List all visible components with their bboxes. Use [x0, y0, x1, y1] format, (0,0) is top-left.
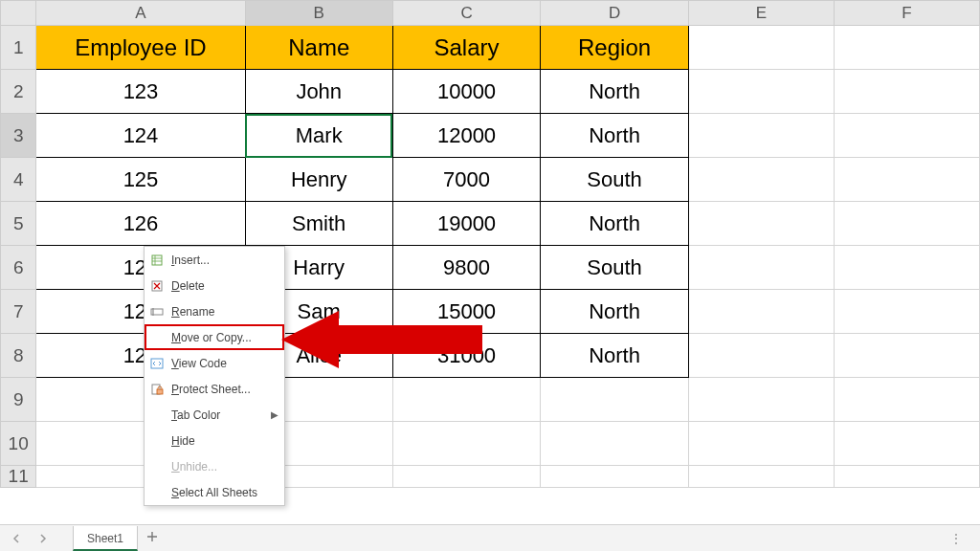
column-header[interactable]: B — [245, 1, 392, 26]
row-header[interactable]: 3 — [1, 114, 36, 158]
empty-cell[interactable] — [688, 378, 834, 422]
row-header[interactable]: 11 — [1, 466, 36, 488]
menu-item-hide[interactable]: Hide — [145, 428, 284, 453]
empty-cell[interactable] — [541, 466, 689, 488]
row-header[interactable]: 6 — [1, 246, 36, 290]
tab-nav-prev[interactable] — [6, 528, 27, 549]
empty-cell[interactable] — [834, 466, 979, 488]
column-header[interactable]: E — [688, 1, 834, 26]
table-cell[interactable]: 125 — [36, 158, 245, 202]
empty-cell[interactable] — [392, 378, 540, 422]
row-header[interactable]: 8 — [1, 334, 36, 378]
table-header-cell[interactable]: Name — [245, 26, 392, 70]
annotation-red-arrow — [281, 311, 482, 368]
column-header[interactable]: F — [834, 1, 979, 26]
table-cell[interactable]: North — [541, 334, 689, 378]
empty-cell[interactable] — [688, 246, 834, 290]
empty-cell[interactable] — [834, 70, 979, 114]
insert-cells-icon — [148, 252, 166, 269]
svg-rect-0 — [152, 255, 162, 265]
row-header[interactable]: 10 — [1, 422, 36, 466]
table-cell[interactable]: 10000 — [392, 70, 540, 114]
empty-cell[interactable] — [392, 422, 540, 466]
table-cell[interactable]: 9800 — [392, 246, 540, 290]
table-cell[interactable]: 123 — [36, 70, 245, 114]
menu-item-label: View Code — [171, 357, 227, 370]
table-cell[interactable]: 124 — [36, 114, 245, 158]
table-cell[interactable]: South — [541, 158, 689, 202]
no-icon — [148, 432, 166, 450]
table-cell[interactable]: North — [541, 290, 689, 334]
menu-item-rename[interactable]: Rename — [145, 298, 284, 324]
tab-nav-next[interactable] — [33, 528, 54, 549]
add-sheet-button[interactable] — [140, 526, 165, 551]
tab-color-icon — [148, 407, 166, 424]
table-cell[interactable]: 19000 — [392, 202, 540, 246]
table-cell[interactable]: Henry — [245, 158, 392, 202]
menu-item-view-code[interactable]: View Code — [145, 350, 284, 376]
column-header[interactable]: D — [541, 1, 689, 26]
empty-cell[interactable] — [541, 422, 689, 466]
empty-cell[interactable] — [688, 26, 834, 70]
empty-cell[interactable] — [834, 378, 979, 422]
menu-item-label: Insert... — [171, 253, 210, 267]
row-header[interactable]: 5 — [1, 202, 36, 246]
column-header[interactable]: C — [392, 1, 540, 26]
row-header[interactable]: 7 — [1, 290, 36, 334]
empty-cell[interactable] — [688, 70, 834, 114]
empty-cell[interactable] — [688, 158, 834, 202]
empty-cell[interactable] — [688, 202, 834, 246]
tab-bar-options-button[interactable]: ⋮ — [950, 532, 963, 545]
menu-item-move-or-copy[interactable]: Move or Copy... — [145, 324, 284, 350]
empty-cell[interactable] — [834, 26, 979, 70]
table-cell[interactable]: North — [541, 202, 689, 246]
empty-cell[interactable] — [834, 422, 979, 466]
no-icon — [148, 484, 166, 501]
empty-cell[interactable] — [392, 466, 540, 488]
empty-cell[interactable] — [834, 202, 979, 246]
sheet-tab-active[interactable]: Sheet1 — [73, 526, 138, 551]
menu-item-tab-color[interactable]: Tab Color▶ — [145, 402, 284, 428]
table-header-cell[interactable]: Employee ID — [36, 26, 245, 70]
table-cell[interactable]: North — [541, 114, 689, 158]
empty-cell[interactable] — [834, 246, 979, 290]
chevron-right-icon: ▶ — [271, 409, 278, 420]
menu-item-protect-sheet[interactable]: Protect Sheet... — [145, 376, 284, 402]
sheet-tab-bar: Sheet1 ⋮ — [0, 524, 980, 551]
empty-cell[interactable] — [688, 334, 834, 378]
empty-cell[interactable] — [834, 334, 979, 378]
table-cell[interactable]: John — [245, 70, 392, 114]
row-header[interactable]: 2 — [1, 70, 36, 114]
table-header-cell[interactable]: Region — [541, 26, 689, 70]
svg-rect-5 — [157, 389, 163, 394]
move-copy-icon — [148, 329, 166, 346]
table-cell[interactable]: 12000 — [392, 114, 540, 158]
row-header[interactable]: 9 — [1, 378, 36, 422]
menu-item-select-all-sheets[interactable]: Select All Sheets — [145, 479, 284, 505]
empty-cell[interactable] — [834, 290, 979, 334]
sheet-tab-context-menu[interactable]: Insert...DeleteRenameMove or Copy...View… — [144, 246, 285, 506]
empty-cell[interactable] — [688, 422, 834, 466]
column-header[interactable]: A — [36, 1, 245, 26]
row-header[interactable]: 4 — [1, 158, 36, 202]
table-cell[interactable]: 126 — [36, 202, 245, 246]
empty-cell[interactable] — [688, 290, 834, 334]
menu-item-label: Tab Color — [171, 408, 220, 422]
table-cell[interactable]: North — [541, 70, 689, 114]
empty-cell[interactable] — [688, 114, 834, 158]
empty-cell[interactable] — [541, 378, 689, 422]
table-cell[interactable]: Mark — [245, 114, 392, 158]
select-all-cell[interactable] — [1, 1, 36, 26]
empty-cell[interactable] — [688, 466, 834, 488]
table-cell[interactable]: Smith — [245, 202, 392, 246]
empty-cell[interactable] — [834, 158, 979, 202]
menu-item-delete[interactable]: Delete — [145, 273, 284, 298]
table-cell[interactable]: 7000 — [392, 158, 540, 202]
table-cell[interactable]: South — [541, 246, 689, 290]
menu-item-label: Move or Copy... — [171, 331, 252, 344]
menu-item-label: Select All Sheets — [171, 486, 257, 499]
row-header[interactable]: 1 — [1, 26, 36, 70]
menu-item-insert[interactable]: Insert... — [145, 247, 284, 273]
empty-cell[interactable] — [834, 114, 979, 158]
table-header-cell[interactable]: Salary — [392, 26, 540, 70]
